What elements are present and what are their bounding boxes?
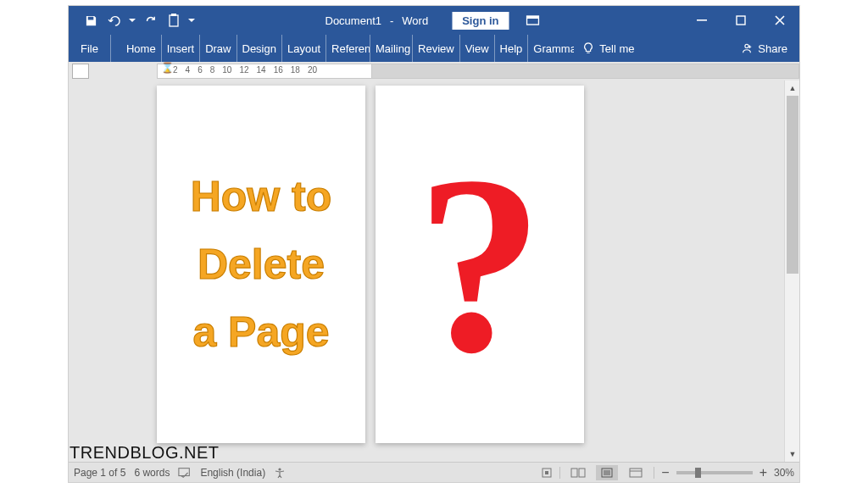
- tell-me-label: Tell me: [599, 42, 634, 55]
- print-layout-button[interactable]: [596, 465, 618, 480]
- page-1[interactable]: How to Delete a Page: [157, 86, 365, 443]
- printlayout-icon: [600, 468, 614, 478]
- ruler-num: 14: [257, 65, 266, 75]
- web-layout-button[interactable]: [625, 465, 647, 480]
- zoom-in-button[interactable]: +: [760, 465, 767, 480]
- weblayout-icon: [629, 468, 643, 478]
- page-2[interactable]: ?: [376, 86, 584, 443]
- zoom-slider-handle[interactable]: [695, 468, 701, 478]
- ruler-numbers: 2 4 6 8 10 12 14 16 18 20: [173, 65, 317, 75]
- tab-mailings[interactable]: Mailing: [370, 35, 413, 62]
- tab-references[interactable]: Referen: [326, 35, 370, 62]
- page-1-text: How to Delete a Page: [191, 163, 332, 366]
- page-number-indicator[interactable]: Page 1 of 5: [74, 467, 125, 479]
- tab-home[interactable]: Home: [121, 35, 162, 62]
- tab-selector-button[interactable]: [72, 64, 89, 79]
- zoom-level-indicator[interactable]: 30%: [774, 467, 794, 479]
- read-mode-button[interactable]: [567, 465, 589, 480]
- ruler-num: 8: [210, 65, 215, 75]
- minimize-button[interactable]: [682, 6, 721, 35]
- svg-rect-5: [737, 16, 745, 25]
- separator: [654, 467, 654, 479]
- ruler-num: 16: [274, 65, 283, 75]
- close-button[interactable]: [760, 6, 799, 35]
- tell-me-search[interactable]: Tell me: [574, 35, 643, 62]
- ruler-num: 4: [186, 65, 191, 75]
- svg-point-8: [279, 468, 281, 470]
- tab-help[interactable]: Help: [495, 35, 529, 62]
- scroll-thumb[interactable]: [787, 96, 798, 274]
- doc-name: Document1: [326, 14, 381, 27]
- share-label: Share: [758, 42, 787, 55]
- redo-button[interactable]: [140, 10, 160, 30]
- window-title: Document1 - Word Sign in: [326, 10, 543, 30]
- macro-icon: [541, 467, 553, 479]
- accessibility-button[interactable]: [274, 467, 286, 479]
- tab-layout[interactable]: Layout: [282, 35, 326, 62]
- window-controls: [682, 6, 799, 35]
- paste-button[interactable]: [164, 10, 184, 30]
- tab-insert[interactable]: Insert: [162, 35, 201, 62]
- share-button[interactable]: Share: [729, 35, 799, 62]
- word-window: Document1 - Word Sign in File Home Inser…: [68, 5, 800, 483]
- question-mark-icon: ?: [416, 150, 543, 379]
- ribbon-display-options[interactable]: [523, 10, 543, 30]
- svg-point-6: [745, 44, 748, 47]
- share-icon: [741, 42, 753, 54]
- word-count-indicator[interactable]: 6 words: [134, 467, 170, 479]
- status-right: − + 30%: [541, 465, 794, 480]
- page-line: a Page: [191, 298, 332, 366]
- ribbon-tabs: File Home Insert Draw Design Layout Refe…: [69, 35, 799, 62]
- readmode-icon: [570, 468, 586, 478]
- undo-dropdown[interactable]: [128, 10, 136, 30]
- zoom-out-button[interactable]: −: [661, 465, 669, 480]
- tab-file[interactable]: File: [69, 35, 111, 62]
- svg-rect-11: [571, 469, 577, 477]
- lightbulb-icon: [582, 42, 594, 54]
- zoom-slider[interactable]: [676, 471, 753, 474]
- svg-rect-12: [579, 469, 585, 477]
- ruler-num: 10: [222, 65, 231, 75]
- ruler-inactive: [372, 64, 799, 79]
- tab-design[interactable]: Design: [237, 35, 282, 62]
- title-separator: -: [390, 14, 393, 27]
- ruler-num: 6: [198, 65, 203, 75]
- sign-in-button[interactable]: Sign in: [452, 12, 509, 30]
- watermark-text: TRENDBLOG.NET: [70, 443, 220, 463]
- quick-access-toolbar: [69, 10, 196, 30]
- title-bar: Document1 - Word Sign in: [69, 6, 799, 35]
- tab-grammarly[interactable]: Gramma: [528, 35, 574, 62]
- tab-draw[interactable]: Draw: [200, 35, 236, 62]
- page-line: How to: [191, 163, 332, 230]
- ruler-area: ⌛ 2 4 6 8 10 12 14 16 18 20: [69, 62, 799, 80]
- svg-rect-17: [630, 469, 642, 477]
- accessibility-icon: [274, 467, 286, 479]
- ruler-num: 18: [291, 65, 300, 75]
- indent-marker-icon[interactable]: ⌛: [161, 62, 174, 74]
- tab-view[interactable]: View: [460, 35, 495, 62]
- spellcheck-icon: [178, 467, 192, 479]
- qat-customize-dropdown[interactable]: [187, 10, 196, 30]
- macro-indicator[interactable]: [541, 467, 553, 479]
- save-button[interactable]: [81, 10, 101, 30]
- app-name: Word: [402, 14, 428, 27]
- scroll-down-button[interactable]: ▼: [785, 446, 799, 462]
- separator: [559, 467, 560, 479]
- maximize-button[interactable]: [721, 6, 760, 35]
- svg-rect-7: [179, 468, 189, 475]
- vertical-scrollbar[interactable]: ▲ ▼: [784, 80, 799, 462]
- svg-rect-10: [545, 471, 548, 474]
- document-area[interactable]: How to Delete a Page ? ▲ ▼: [69, 80, 799, 462]
- spellcheck-button[interactable]: [178, 467, 192, 479]
- language-indicator[interactable]: English (India): [200, 467, 265, 479]
- undo-button[interactable]: [104, 10, 125, 30]
- tab-review[interactable]: Review: [413, 35, 460, 62]
- ruler-num: 20: [308, 65, 317, 75]
- svg-rect-4: [697, 19, 707, 21]
- status-bar: Page 1 of 5 6 words English (India) −: [69, 462, 799, 482]
- ruler-num: 2: [173, 65, 178, 75]
- scroll-up-button[interactable]: ▲: [785, 80, 799, 96]
- horizontal-ruler[interactable]: ⌛ 2 4 6 8 10 12 14 16 18 20: [157, 64, 372, 79]
- page-spread: How to Delete a Page ?: [157, 86, 584, 443]
- page-line: Delete: [191, 230, 332, 298]
